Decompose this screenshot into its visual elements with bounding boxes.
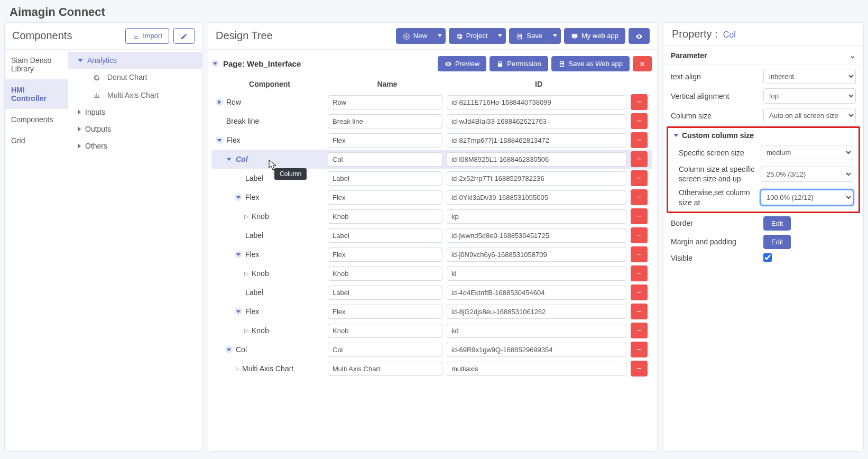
name-input[interactable]	[328, 362, 442, 376]
delete-row-button[interactable]: −	[631, 246, 648, 262]
tree-row[interactable]: Flex−	[211, 188, 652, 207]
id-input[interactable]	[447, 190, 626, 205]
save-as-webapp-button[interactable]: Save as Web app	[551, 56, 630, 72]
collapse-icon[interactable]	[235, 251, 242, 258]
collapse-icon[interactable]	[225, 155, 233, 163]
id-input[interactable]	[447, 133, 626, 148]
id-input[interactable]	[447, 305, 626, 319]
delete-page-button[interactable]	[633, 56, 652, 72]
vtab-components[interactable]: Components	[5, 109, 68, 130]
custom-column-size-toggle[interactable]: Custom column size	[668, 129, 858, 143]
component-item-donut-chart[interactable]: Donut Chart	[68, 69, 202, 86]
id-input[interactable]	[447, 324, 626, 338]
name-input[interactable]	[328, 267, 442, 281]
border-edit-button[interactable]: Edit	[763, 216, 791, 231]
page-toggle[interactable]	[211, 60, 219, 67]
id-input[interactable]	[447, 267, 626, 281]
colsize-select[interactable]: Auto on all screen size	[763, 108, 856, 123]
id-input[interactable]	[447, 228, 626, 243]
tree-row[interactable]: Row−	[211, 93, 652, 112]
save-dropdown[interactable]	[549, 28, 561, 44]
save-button[interactable]: Save	[509, 28, 549, 44]
delete-row-button[interactable]: −	[631, 227, 648, 243]
tree-row[interactable]: Label−	[211, 226, 652, 245]
visibility-button[interactable]	[629, 28, 650, 44]
id-input[interactable]	[447, 95, 626, 109]
delete-row-button[interactable]: −	[631, 189, 648, 205]
name-input[interactable]	[328, 247, 442, 262]
parameter-section-toggle[interactable]: Parameter ⌄	[663, 46, 863, 65]
id-input[interactable]	[447, 114, 626, 128]
permission-button[interactable]: Permission	[490, 56, 548, 72]
tree-row[interactable]: Label−	[211, 169, 652, 188]
id-input[interactable]	[447, 152, 626, 167]
delete-row-button[interactable]: −	[631, 304, 648, 319]
name-input[interactable]	[328, 324, 442, 338]
name-input[interactable]	[328, 190, 442, 205]
valign-select[interactable]: top	[763, 88, 856, 104]
collapse-icon[interactable]	[216, 136, 223, 144]
tree-row[interactable]: Flex−	[211, 131, 652, 150]
margin-edit-button[interactable]: Edit	[763, 235, 791, 249]
delete-row-button[interactable]: −	[631, 284, 648, 300]
name-input[interactable]	[328, 114, 442, 128]
project-dropdown[interactable]	[494, 28, 506, 44]
new-button[interactable]: New	[396, 28, 434, 44]
size-at-select[interactable]: 25.0% (3/12)	[761, 167, 853, 182]
delete-row-button[interactable]: −	[631, 170, 648, 186]
component-group-outputs[interactable]: Outputs	[68, 121, 202, 137]
tree-row[interactable]: Break line−	[211, 112, 652, 131]
collapse-icon[interactable]	[235, 308, 242, 315]
vtab-grid[interactable]: Grid	[5, 130, 68, 151]
tree-row[interactable]: Label−	[211, 283, 652, 302]
screen-size-select[interactable]: medium	[761, 145, 853, 160]
otherwise-select[interactable]: 100.0% (12/12)	[761, 190, 853, 205]
tree-row[interactable]: ▷Knob−	[211, 264, 652, 283]
component-group-others[interactable]: Others	[68, 137, 202, 154]
preview-button[interactable]: Preview	[438, 56, 486, 72]
tree-row[interactable]: ▷Multi Axis Chart−	[211, 359, 652, 378]
name-input[interactable]	[328, 343, 442, 357]
project-button[interactable]: Project	[449, 28, 494, 44]
delete-row-button[interactable]: −	[631, 151, 648, 167]
delete-row-button[interactable]: −	[631, 132, 648, 148]
id-input[interactable]	[447, 286, 626, 300]
id-input[interactable]	[447, 209, 626, 224]
delete-row-button[interactable]: −	[631, 113, 648, 129]
name-input[interactable]	[328, 133, 442, 148]
text-align-select[interactable]: inherent	[763, 69, 856, 84]
vtab-siam-denso-library[interactable]: Siam Denso Library	[5, 50, 68, 79]
collapse-icon[interactable]	[235, 194, 242, 201]
name-input[interactable]	[328, 95, 442, 109]
name-input[interactable]	[328, 171, 442, 186]
name-input[interactable]	[328, 305, 442, 319]
id-input[interactable]	[447, 343, 626, 357]
name-input[interactable]	[328, 286, 442, 300]
name-input[interactable]	[328, 209, 442, 224]
id-input[interactable]	[447, 247, 626, 262]
delete-row-button[interactable]: −	[631, 94, 648, 110]
edit-button[interactable]	[173, 28, 195, 44]
tree-row[interactable]: Flex−	[211, 302, 652, 321]
delete-row-button[interactable]: −	[631, 361, 648, 377]
delete-row-button[interactable]: −	[631, 265, 648, 281]
delete-row-button[interactable]: −	[631, 208, 648, 224]
import-button[interactable]: Import	[125, 28, 169, 44]
delete-row-button[interactable]: −	[631, 323, 648, 338]
collapse-icon[interactable]	[225, 346, 233, 353]
tree-row[interactable]: Flex−	[211, 245, 652, 264]
name-input[interactable]	[328, 152, 442, 167]
tree-row[interactable]: ▷Knob−	[211, 321, 652, 340]
my-web-app-button[interactable]: My web app	[564, 28, 625, 44]
new-dropdown[interactable]	[434, 28, 446, 44]
tree-row[interactable]: ▷Knob−	[211, 207, 652, 226]
component-group-inputs[interactable]: Inputs	[68, 104, 202, 121]
id-input[interactable]	[447, 171, 626, 186]
component-group-analytics[interactable]: Analytics	[68, 52, 202, 69]
id-input[interactable]	[447, 362, 626, 376]
expand-icon[interactable]	[216, 98, 223, 106]
name-input[interactable]	[328, 228, 442, 243]
tree-row[interactable]: Col−	[211, 150, 652, 169]
delete-row-button[interactable]: −	[631, 342, 648, 357]
vtab-hmi-controller[interactable]: HMI Controller	[5, 79, 68, 109]
